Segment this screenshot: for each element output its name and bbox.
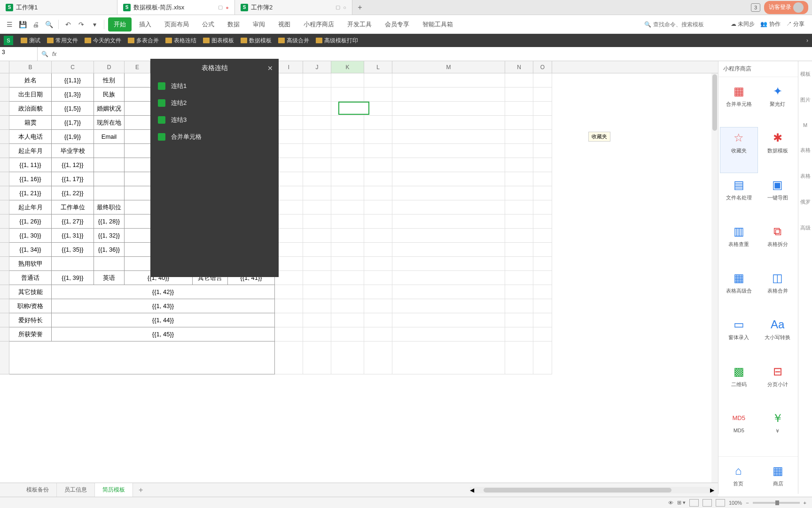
cell[interactable]: {{1, 30}}	[9, 229, 52, 243]
cell[interactable]	[275, 243, 303, 257]
addon-item[interactable]: ▤文件名处理	[720, 175, 757, 219]
cell[interactable]	[275, 229, 303, 243]
cell[interactable]	[303, 102, 331, 116]
cell[interactable]	[533, 299, 552, 313]
cell[interactable]	[533, 229, 552, 243]
addon-item[interactable]: ▩二维码	[720, 361, 757, 406]
cell[interactable]	[364, 229, 392, 243]
ribbon-tab-store[interactable]: 小程序商店	[298, 17, 340, 32]
sync-status[interactable]: ☁ 未同步	[731, 20, 755, 28]
cell[interactable]	[533, 200, 552, 214]
cell[interactable]	[505, 243, 533, 257]
cell[interactable]	[364, 271, 392, 285]
nav-scroll-right-icon[interactable]: ›	[806, 37, 808, 44]
undo-icon[interactable]: ↶	[62, 19, 74, 30]
cell[interactable]: 职称/资格	[9, 299, 52, 313]
cell[interactable]	[94, 257, 125, 271]
horizontal-scrollbar[interactable]: ◀ ▶	[470, 487, 714, 493]
cell[interactable]: 现所在地	[94, 116, 125, 130]
cell[interactable]	[331, 271, 364, 285]
cell[interactable]: {{1,9}}	[52, 130, 94, 144]
cell[interactable]	[331, 87, 364, 102]
cell[interactable]	[392, 73, 505, 87]
cell[interactable]	[303, 285, 331, 299]
column-header[interactable]: L	[364, 61, 392, 73]
cell[interactable]	[505, 116, 533, 130]
zoom-thumb[interactable]	[775, 500, 779, 505]
cell[interactable]	[533, 116, 552, 130]
cell[interactable]	[331, 257, 364, 271]
cell[interactable]	[331, 313, 364, 327]
cell[interactable]: 最终职位	[94, 200, 125, 214]
cell[interactable]	[303, 271, 331, 285]
cell[interactable]: {{1, 21}}	[9, 186, 52, 200]
cell[interactable]	[331, 299, 364, 313]
zoom-in-icon[interactable]: +	[804, 500, 806, 506]
cell[interactable]: 籍贯	[9, 116, 52, 130]
cell[interactable]	[275, 186, 303, 200]
cell[interactable]	[275, 271, 303, 285]
cell[interactable]	[392, 271, 505, 285]
cell[interactable]	[303, 200, 331, 214]
cell[interactable]	[275, 102, 303, 116]
sheet-tab[interactable]: 模板备份	[19, 483, 57, 497]
cell[interactable]: 工作单位	[52, 200, 94, 214]
nav-item[interactable]: 多表合并	[125, 36, 162, 46]
cell[interactable]: 政治面貌	[9, 102, 52, 116]
nav-item[interactable]: 表格连结	[163, 36, 199, 46]
cell[interactable]	[505, 144, 533, 158]
cell[interactable]	[364, 116, 392, 130]
addon-item[interactable]: ▭窗体录入	[720, 314, 757, 359]
column-header[interactable]: D	[94, 61, 125, 73]
cell[interactable]	[533, 158, 552, 172]
cell[interactable]	[331, 102, 364, 116]
cell[interactable]	[275, 116, 303, 130]
cell[interactable]: 婚姻状况	[94, 102, 125, 116]
nav-item[interactable]: 常用文件	[44, 36, 81, 46]
strip-item[interactable]: 模板	[800, 71, 811, 78]
cell[interactable]	[505, 299, 533, 313]
cell[interactable]	[533, 172, 552, 186]
cell[interactable]	[331, 243, 364, 257]
addon-item[interactable]: ✦聚光灯	[759, 81, 796, 126]
addon-item[interactable]: Aa大小写转换	[759, 314, 796, 359]
cell[interactable]	[505, 102, 533, 116]
cell[interactable]: 起止年月	[9, 144, 52, 158]
strip-item[interactable]: 图片	[800, 96, 811, 103]
cell[interactable]	[505, 313, 533, 327]
cell[interactable]	[303, 186, 331, 200]
cell[interactable]: {{1, 16}}	[9, 172, 52, 186]
ribbon-tab-formula[interactable]: 公式	[196, 17, 220, 32]
nav-item[interactable]: 数据模板	[238, 36, 274, 46]
cell[interactable]	[392, 102, 505, 116]
column-header[interactable]: J	[303, 61, 331, 73]
cell[interactable]	[505, 271, 533, 285]
cell[interactable]: {{1,1}}	[52, 73, 94, 87]
zoom-icon[interactable]: 🔍	[41, 51, 48, 57]
strip-item[interactable]: 俄罗	[800, 198, 811, 206]
addon-item[interactable]: ▦合并单元格	[720, 81, 757, 126]
cell[interactable]	[52, 257, 94, 271]
cell[interactable]: {{1,7}}	[52, 116, 94, 130]
cell[interactable]	[392, 144, 505, 158]
cell[interactable]	[303, 229, 331, 243]
cell[interactable]: 英语	[94, 271, 125, 285]
cell[interactable]	[331, 73, 364, 87]
tab-restore-icon[interactable]: ▢	[336, 4, 340, 10]
cell[interactable]	[275, 172, 303, 186]
ribbon-tab-home[interactable]: 开始	[108, 17, 132, 32]
cell-reference-box[interactable]	[0, 47, 38, 61]
cell[interactable]	[505, 130, 533, 144]
dropdown-icon[interactable]: ▾	[89, 19, 100, 30]
cell[interactable]: {{1, 36}}	[94, 243, 125, 257]
cell[interactable]	[303, 116, 331, 130]
addon-item[interactable]: ▦表格高级合	[720, 268, 757, 312]
cell[interactable]	[364, 299, 392, 313]
column-header[interactable]: K	[331, 61, 364, 73]
document-tab[interactable]: S 工作簿2 ▢ ○	[235, 0, 352, 15]
cell[interactable]	[331, 327, 364, 341]
cell[interactable]: {{1, 39}}	[52, 271, 94, 285]
addon-item[interactable]: ⧉表格拆分	[759, 221, 796, 266]
cell[interactable]	[303, 299, 331, 313]
cell[interactable]	[94, 186, 125, 200]
